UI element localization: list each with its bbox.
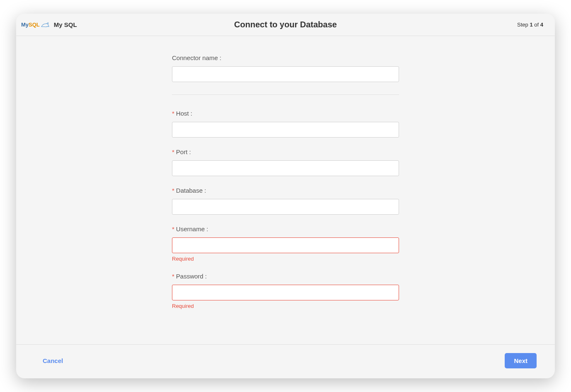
database-input[interactable] — [172, 199, 399, 215]
page-title: Connect to your Database — [234, 20, 337, 29]
port-label-text: Port : — [176, 148, 191, 155]
step-of: of — [534, 22, 539, 28]
database-label-text: Database : — [176, 187, 206, 194]
username-label: *Username : — [172, 225, 399, 232]
form-group-host: *Host : — [172, 110, 399, 138]
database-label: *Database : — [172, 187, 399, 194]
step-current: 1 — [530, 22, 532, 28]
host-label-text: Host : — [176, 110, 192, 117]
mysql-logo-text: MySQL — [21, 22, 40, 28]
step-prefix: Step — [517, 22, 528, 28]
step-indicator: Step 1 of 4 — [517, 22, 543, 28]
required-star-icon: * — [172, 187, 174, 194]
password-label: *Password : — [172, 273, 399, 280]
next-button[interactable]: Next — [505, 353, 537, 368]
modal-footer: Cancel Next — [16, 344, 555, 378]
mysql-logo: MySQL — [21, 22, 50, 28]
username-label-text: Username : — [176, 225, 208, 232]
form-group-port: *Port : — [172, 148, 399, 176]
dolphin-icon — [41, 22, 50, 28]
port-label: *Port : — [172, 148, 399, 155]
username-input[interactable] — [172, 237, 399, 253]
section-divider — [172, 94, 399, 95]
form-group-database: *Database : — [172, 187, 399, 215]
host-label: *Host : — [172, 110, 399, 117]
host-input[interactable] — [172, 122, 399, 138]
required-star-icon: * — [172, 110, 174, 117]
required-star-icon: * — [172, 273, 174, 280]
form-container: Connector name : *Host : *Port : *Databa… — [16, 36, 555, 344]
step-total: 4 — [540, 22, 543, 28]
cancel-button[interactable]: Cancel — [41, 354, 65, 368]
form-group-password: *Password : Required — [172, 273, 399, 309]
connector-name-input[interactable] — [172, 66, 399, 82]
port-input[interactable] — [172, 160, 399, 176]
password-input[interactable] — [172, 285, 399, 300]
form-group-connector-name: Connector name : — [172, 54, 399, 82]
connector-type-label: My SQL — [54, 21, 77, 28]
form-group-username: *Username : Required — [172, 225, 399, 262]
connect-database-modal: MySQL My SQL Connect to your Database St… — [16, 14, 555, 378]
required-star-icon: * — [172, 148, 174, 155]
username-error-message: Required — [172, 256, 399, 262]
modal-header: MySQL My SQL Connect to your Database St… — [16, 14, 555, 36]
form-inner: Connector name : *Host : *Port : *Databa… — [172, 54, 399, 320]
password-error-message: Required — [172, 303, 399, 309]
password-label-text: Password : — [176, 273, 207, 280]
connector-name-label: Connector name : — [172, 54, 399, 61]
header-left: MySQL My SQL — [21, 21, 77, 28]
required-star-icon: * — [172, 225, 174, 232]
